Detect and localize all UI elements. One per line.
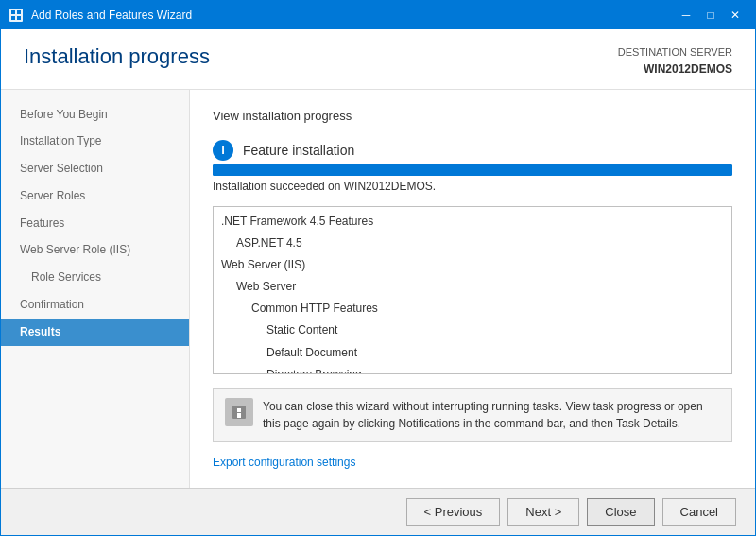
wizard-body: Installation progress DESTINATION SERVER… xyxy=(1,29,755,535)
sidebar-item-web-server-role[interactable]: Web Server Role (IIS) xyxy=(1,236,189,264)
window-title: Add Roles and Features Wizard xyxy=(31,9,192,22)
success-message: Installation succeeded on WIN2012DEMOS. xyxy=(213,180,732,193)
wizard-window: Add Roles and Features Wizard ─ □ ✕ Inst… xyxy=(0,0,756,536)
section-title: View installation progress xyxy=(213,109,732,123)
feature-installation-row: i Feature installation xyxy=(213,140,732,161)
main-panel: View installation progress i Feature ins… xyxy=(190,90,755,489)
window-controls: ─ □ ✕ xyxy=(674,3,747,27)
sidebar-item-before-you-begin[interactable]: Before You Begin xyxy=(1,101,189,129)
svg-rect-6 xyxy=(237,408,241,412)
sidebar-item-results[interactable]: Results xyxy=(1,319,189,346)
feature-installation-label: Feature installation xyxy=(243,143,354,158)
wizard-footer: < Previous Next > Close Cancel xyxy=(1,488,755,535)
feature-list-item: Common HTTP Features xyxy=(214,298,731,320)
destination-server-info: DESTINATION SERVER WIN2012DEMOS xyxy=(618,44,732,78)
sidebar-item-confirmation[interactable]: Confirmation xyxy=(1,291,189,319)
progress-bar-container xyxy=(213,164,732,176)
sidebar-item-features[interactable]: Features xyxy=(1,210,189,237)
svg-rect-1 xyxy=(11,10,15,14)
feature-list-item: Default Document xyxy=(214,342,731,364)
sidebar-item-installation-type[interactable]: Installation Type xyxy=(1,128,189,155)
destination-label: DESTINATION SERVER xyxy=(618,44,732,61)
progress-bar-fill xyxy=(213,164,732,176)
destination-server-name: WIN2012DEMOS xyxy=(618,61,732,78)
sidebar-item-server-selection[interactable]: Server Selection xyxy=(1,155,189,182)
wizard-header: Installation progress DESTINATION SERVER… xyxy=(1,29,755,90)
notice-text: You can close this wizard without interr… xyxy=(263,398,720,432)
info-icon: i xyxy=(213,140,233,161)
sidebar: Before You Begin Installation Type Serve… xyxy=(1,90,190,489)
previous-button[interactable]: < Previous xyxy=(406,498,501,526)
svg-rect-7 xyxy=(237,413,241,418)
features-list-box: .NET Framework 4.5 FeaturesASP.NET 4.5We… xyxy=(213,206,732,375)
feature-installation-section: i Feature installation Installation succ… xyxy=(213,140,732,193)
svg-rect-2 xyxy=(17,10,21,14)
minimize-button[interactable]: ─ xyxy=(674,3,698,27)
maximize-button[interactable]: □ xyxy=(698,3,723,27)
cancel-button[interactable]: Cancel xyxy=(662,498,736,526)
export-link[interactable]: Export configuration settings xyxy=(213,456,732,469)
sidebar-item-server-roles[interactable]: Server Roles xyxy=(1,182,189,210)
features-list-scroll[interactable]: .NET Framework 4.5 FeaturesASP.NET 4.5We… xyxy=(214,207,731,374)
feature-list-item: ASP.NET 4.5 xyxy=(214,233,731,254)
wizard-content: Before You Begin Installation Type Serve… xyxy=(1,90,755,489)
feature-list-item: Directory Browsing xyxy=(214,364,731,373)
feature-list-item: Web Server (IIS) xyxy=(214,254,731,276)
feature-list-item: Static Content xyxy=(214,320,731,341)
app-icon xyxy=(9,8,24,23)
next-button[interactable]: Next > xyxy=(507,498,579,526)
title-bar-left: Add Roles and Features Wizard xyxy=(9,8,192,23)
close-window-button[interactable]: ✕ xyxy=(723,3,747,27)
feature-list-item: .NET Framework 4.5 Features xyxy=(214,211,731,233)
svg-rect-4 xyxy=(17,16,21,20)
notice-box: You can close this wizard without interr… xyxy=(213,388,732,442)
title-bar: Add Roles and Features Wizard ─ □ ✕ xyxy=(1,1,755,29)
sidebar-item-role-services[interactable]: Role Services xyxy=(1,264,189,291)
page-title: Installation progress xyxy=(24,44,210,69)
notice-icon xyxy=(225,398,253,426)
close-button[interactable]: Close xyxy=(587,498,654,526)
feature-list-item: Web Server xyxy=(214,276,731,298)
svg-rect-3 xyxy=(11,16,15,20)
